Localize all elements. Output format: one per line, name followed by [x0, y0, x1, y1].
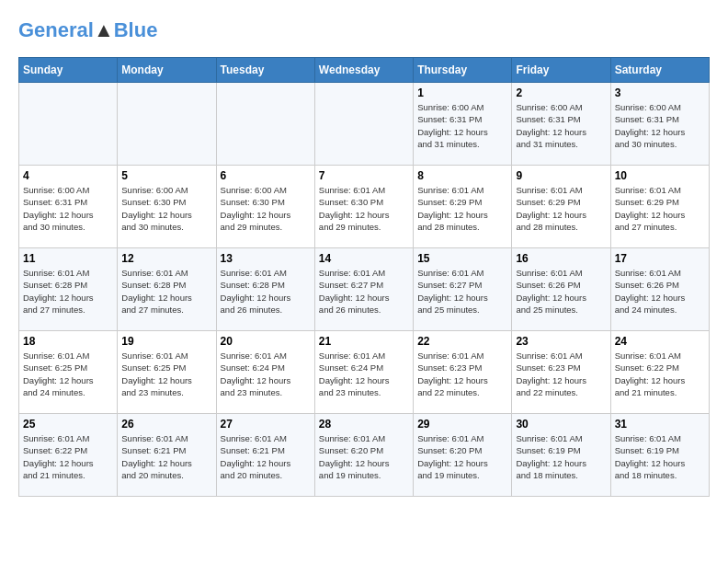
day-number: 27 [221, 418, 311, 431]
day-number: 24 [615, 335, 705, 348]
day-info: Sunrise: 6:01 AM Sunset: 6:20 PM Dayligh… [417, 432, 507, 481]
logo-general: General [18, 18, 94, 41]
day-number: 25 [23, 418, 113, 431]
day-info: Sunrise: 6:00 AM Sunset: 6:31 PM Dayligh… [23, 184, 113, 233]
calendar-cell [118, 83, 216, 166]
day-number: 21 [319, 335, 409, 348]
calendar-body: 1Sunrise: 6:00 AM Sunset: 6:31 PM Daylig… [19, 83, 710, 497]
calendar-cell: 2Sunrise: 6:00 AM Sunset: 6:31 PM Daylig… [512, 83, 610, 166]
header-monday: Monday [118, 58, 216, 83]
calendar-cell: 17Sunrise: 6:01 AM Sunset: 6:26 PM Dayli… [610, 248, 709, 331]
day-info: Sunrise: 6:01 AM Sunset: 6:20 PM Dayligh… [319, 432, 409, 481]
day-number: 19 [121, 335, 211, 348]
day-number: 10 [615, 169, 705, 182]
day-number: 12 [121, 252, 211, 265]
day-number: 6 [221, 169, 311, 182]
day-number: 22 [417, 335, 507, 348]
day-info: Sunrise: 6:01 AM Sunset: 6:24 PM Dayligh… [319, 350, 409, 398]
calendar-cell: 31Sunrise: 6:01 AM Sunset: 6:19 PM Dayli… [610, 414, 709, 497]
week-row-3: 11Sunrise: 6:01 AM Sunset: 6:28 PM Dayli… [19, 248, 710, 331]
calendar-cell: 29Sunrise: 6:01 AM Sunset: 6:20 PM Dayli… [414, 414, 512, 497]
calendar-cell: 24Sunrise: 6:01 AM Sunset: 6:22 PM Dayli… [610, 331, 709, 414]
header-wednesday: Wednesday [314, 58, 413, 83]
day-number: 17 [615, 252, 705, 265]
logo-blue: Blue [114, 18, 158, 41]
day-number: 16 [516, 252, 606, 265]
calendar-cell [19, 83, 118, 166]
calendar-cell: 22Sunrise: 6:01 AM Sunset: 6:23 PM Dayli… [414, 331, 512, 414]
day-number: 9 [516, 169, 606, 182]
calendar-cell: 14Sunrise: 6:01 AM Sunset: 6:27 PM Dayli… [314, 248, 413, 331]
day-number: 15 [417, 252, 507, 265]
day-number: 3 [615, 86, 705, 99]
logo: General▲Blue [18, 18, 157, 42]
calendar-cell: 10Sunrise: 6:01 AM Sunset: 6:29 PM Dayli… [610, 166, 709, 248]
calendar-cell: 1Sunrise: 6:00 AM Sunset: 6:31 PM Daylig… [414, 83, 512, 166]
day-number: 20 [221, 335, 311, 348]
day-number: 5 [121, 169, 211, 182]
header-tuesday: Tuesday [216, 58, 314, 83]
calendar-cell: 27Sunrise: 6:01 AM Sunset: 6:21 PM Dayli… [216, 414, 314, 497]
calendar-cell: 5Sunrise: 6:00 AM Sunset: 6:30 PM Daylig… [118, 166, 216, 248]
header-row: SundayMondayTuesdayWednesdayThursdayFrid… [19, 58, 710, 83]
calendar-cell: 23Sunrise: 6:01 AM Sunset: 6:23 PM Dayli… [512, 331, 610, 414]
calendar-cell: 30Sunrise: 6:01 AM Sunset: 6:19 PM Dayli… [512, 414, 610, 497]
day-info: Sunrise: 6:01 AM Sunset: 6:24 PM Dayligh… [221, 350, 311, 398]
day-number: 18 [23, 335, 113, 348]
calendar-cell: 16Sunrise: 6:01 AM Sunset: 6:26 PM Dayli… [512, 248, 610, 331]
day-info: Sunrise: 6:01 AM Sunset: 6:29 PM Dayligh… [615, 184, 705, 233]
calendar-cell: 12Sunrise: 6:01 AM Sunset: 6:28 PM Dayli… [118, 248, 216, 331]
calendar-cell: 26Sunrise: 6:01 AM Sunset: 6:21 PM Dayli… [118, 414, 216, 497]
day-info: Sunrise: 6:01 AM Sunset: 6:27 PM Dayligh… [417, 267, 507, 316]
day-number: 8 [417, 169, 507, 182]
day-info: Sunrise: 6:01 AM Sunset: 6:28 PM Dayligh… [221, 267, 311, 316]
day-info: Sunrise: 6:01 AM Sunset: 6:27 PM Dayligh… [319, 267, 409, 316]
day-number: 14 [319, 252, 409, 265]
day-number: 1 [417, 86, 507, 99]
day-number: 26 [121, 418, 211, 431]
day-info: Sunrise: 6:01 AM Sunset: 6:29 PM Dayligh… [417, 184, 507, 233]
calendar-cell: 4Sunrise: 6:00 AM Sunset: 6:31 PM Daylig… [19, 166, 118, 248]
day-info: Sunrise: 6:01 AM Sunset: 6:22 PM Dayligh… [615, 350, 705, 398]
day-info: Sunrise: 6:00 AM Sunset: 6:31 PM Dayligh… [615, 101, 705, 150]
day-info: Sunrise: 6:01 AM Sunset: 6:21 PM Dayligh… [221, 432, 311, 481]
calendar-cell: 8Sunrise: 6:01 AM Sunset: 6:29 PM Daylig… [414, 166, 512, 248]
day-info: Sunrise: 6:01 AM Sunset: 6:25 PM Dayligh… [23, 350, 113, 398]
day-info: Sunrise: 6:01 AM Sunset: 6:19 PM Dayligh… [615, 432, 705, 481]
calendar-cell: 6Sunrise: 6:00 AM Sunset: 6:30 PM Daylig… [216, 166, 314, 248]
week-row-4: 18Sunrise: 6:01 AM Sunset: 6:25 PM Dayli… [19, 331, 710, 414]
header-saturday: Saturday [610, 58, 709, 83]
week-row-2: 4Sunrise: 6:00 AM Sunset: 6:31 PM Daylig… [19, 166, 710, 248]
day-info: Sunrise: 6:01 AM Sunset: 6:21 PM Dayligh… [121, 432, 211, 481]
page-header: General▲Blue [18, 18, 710, 42]
day-number: 4 [23, 169, 113, 182]
header-thursday: Thursday [414, 58, 512, 83]
day-number: 13 [221, 252, 311, 265]
calendar-cell [314, 83, 413, 166]
day-number: 29 [417, 418, 507, 431]
day-info: Sunrise: 6:00 AM Sunset: 6:31 PM Dayligh… [516, 101, 606, 150]
week-row-5: 25Sunrise: 6:01 AM Sunset: 6:22 PM Dayli… [19, 414, 710, 497]
day-info: Sunrise: 6:01 AM Sunset: 6:23 PM Dayligh… [516, 350, 606, 398]
day-info: Sunrise: 6:01 AM Sunset: 6:22 PM Dayligh… [23, 432, 113, 481]
calendar-cell: 21Sunrise: 6:01 AM Sunset: 6:24 PM Dayli… [314, 331, 413, 414]
calendar-cell: 3Sunrise: 6:00 AM Sunset: 6:31 PM Daylig… [610, 83, 709, 166]
week-row-1: 1Sunrise: 6:00 AM Sunset: 6:31 PM Daylig… [19, 83, 710, 166]
calendar-header: SundayMondayTuesdayWednesdayThursdayFrid… [19, 58, 710, 83]
day-number: 30 [516, 418, 606, 431]
day-number: 11 [23, 252, 113, 265]
day-info: Sunrise: 6:00 AM Sunset: 6:31 PM Dayligh… [417, 101, 507, 150]
calendar-table: SundayMondayTuesdayWednesdayThursdayFrid… [18, 57, 710, 497]
header-sunday: Sunday [19, 58, 118, 83]
day-info: Sunrise: 6:01 AM Sunset: 6:29 PM Dayligh… [516, 184, 606, 233]
day-info: Sunrise: 6:01 AM Sunset: 6:23 PM Dayligh… [417, 350, 507, 398]
day-info: Sunrise: 6:01 AM Sunset: 6:26 PM Dayligh… [516, 267, 606, 316]
day-info: Sunrise: 6:01 AM Sunset: 6:28 PM Dayligh… [23, 267, 113, 316]
day-number: 2 [516, 86, 606, 99]
calendar-cell: 28Sunrise: 6:01 AM Sunset: 6:20 PM Dayli… [314, 414, 413, 497]
calendar-cell: 19Sunrise: 6:01 AM Sunset: 6:25 PM Dayli… [118, 331, 216, 414]
day-number: 31 [615, 418, 705, 431]
day-number: 28 [319, 418, 409, 431]
day-info: Sunrise: 6:01 AM Sunset: 6:25 PM Dayligh… [121, 350, 211, 398]
calendar-cell: 25Sunrise: 6:01 AM Sunset: 6:22 PM Dayli… [19, 414, 118, 497]
